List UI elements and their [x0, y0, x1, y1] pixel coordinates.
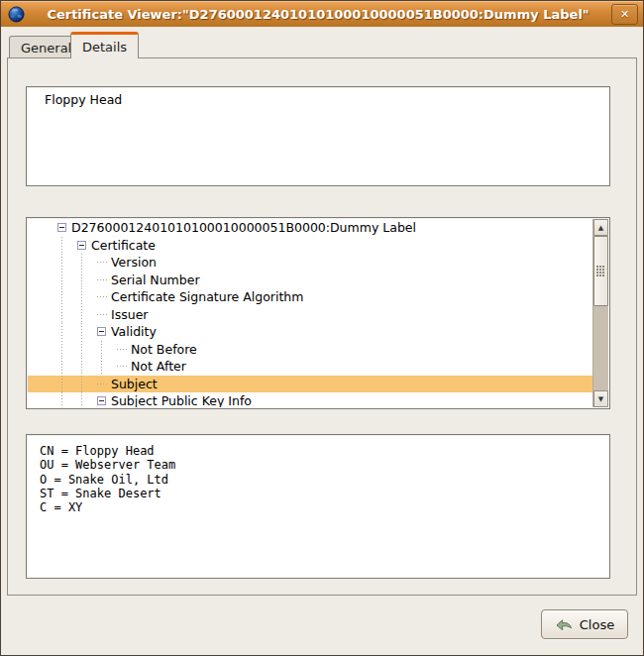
field-value-box[interactable]: CN = Floppy Head OU = Webserver Team O =… — [26, 434, 610, 579]
tab-details[interactable]: Details — [70, 32, 139, 58]
tree-indent-guide — [97, 358, 117, 376]
tree-row[interactable]: Issuer — [28, 306, 593, 324]
tree-indent-guide — [57, 306, 77, 324]
tree-label: Serial Number — [111, 273, 200, 287]
tree-indent-guide — [57, 272, 77, 289]
certificate-fields-box: D27600012401010100010000051B0000:Dummy L… — [26, 217, 610, 409]
window-title: Certificate Viewer:"D2760001240101010001… — [25, 7, 611, 22]
tree-row[interactable]: Serial Number — [28, 272, 593, 289]
tree-indent-guide — [97, 341, 117, 359]
tree-indent-guide — [57, 323, 77, 341]
tree-label: Not Before — [131, 342, 197, 357]
tree-indent-guide — [77, 272, 97, 289]
tree-label: Not After — [131, 359, 186, 374]
certificate-viewer-window: Certificate Viewer:"D2760001240101010001… — [0, 0, 644, 656]
tree-row[interactable]: Certificate — [28, 237, 593, 255]
globe-icon — [8, 6, 25, 23]
tree-indent-guide — [57, 358, 77, 376]
close-arrow-icon — [555, 617, 574, 632]
tree-connector — [97, 314, 107, 315]
scrollbar-down-icon[interactable]: ▼ — [593, 390, 608, 407]
tree-indent-guide — [57, 392, 77, 407]
certificate-hierarchy-list[interactable]: Floppy Head — [26, 86, 610, 186]
tree-indent-guide — [77, 323, 97, 341]
tree-label: D27600012401010100010000051B0000:Dummy L… — [71, 220, 416, 235]
tree-indent-guide — [77, 341, 97, 359]
titlebar[interactable]: Certificate Viewer:"D2760001240101010001… — [1, 1, 643, 27]
tree-indent-guide — [77, 358, 97, 376]
tree-expander-icon[interactable] — [57, 223, 66, 232]
tree-row[interactable]: Not Before — [28, 341, 593, 359]
tree-row[interactable]: Subject — [28, 376, 593, 393]
tree-scrollbar[interactable]: ▲ ▼ — [592, 219, 608, 407]
hierarchy-item[interactable]: Floppy Head — [27, 87, 609, 107]
close-button-label: Close — [580, 617, 614, 632]
tree-row[interactable]: Certificate Signature Algorithm — [28, 288, 593, 306]
tree-label: Issuer — [111, 307, 148, 322]
tree-indent-guide — [77, 376, 97, 393]
tree-label: Subject — [111, 377, 158, 391]
tree-indent-guide — [77, 288, 97, 306]
tree-connector — [117, 349, 127, 350]
tree-indent-guide — [77, 392, 97, 407]
tree-expander-icon[interactable] — [97, 396, 106, 405]
tree-indent-guide — [57, 254, 77, 272]
tab-details-label: Details — [82, 40, 127, 55]
tree-connector — [97, 383, 107, 384]
window-close-button[interactable]: ✕ — [611, 4, 638, 25]
tree-row[interactable]: Validity — [28, 323, 593, 341]
tree-label: Certificate Signature Algorithm — [111, 289, 303, 304]
tree-expander-icon[interactable] — [97, 327, 106, 336]
tree-label: Certificate — [91, 238, 156, 253]
tree-indent-guide — [57, 237, 77, 255]
scrollbar-up-icon[interactable]: ▲ — [593, 219, 608, 236]
tree-indent-guide — [77, 254, 97, 272]
scrollbar-grip — [596, 266, 605, 276]
tree-row[interactable]: Subject Public Key Info — [28, 392, 593, 407]
tree-connector — [97, 279, 107, 280]
tree-label: Validity — [111, 324, 157, 339]
tree-row[interactable]: Not After — [28, 358, 593, 376]
tree-connector — [97, 296, 107, 297]
tree-expander-icon[interactable] — [77, 241, 86, 250]
field-value-text: CN = Floppy Head OU = Webserver Team O =… — [27, 435, 609, 514]
certificate-fields-tree: D27600012401010100010000051B0000:Dummy L… — [28, 219, 593, 407]
tree-connector — [117, 366, 127, 367]
tree-indent-guide — [77, 306, 97, 324]
tree-label: Version — [111, 255, 157, 270]
tree-label: Subject Public Key Info — [111, 393, 252, 407]
tree-indent-guide — [57, 341, 77, 359]
close-button[interactable]: Close — [541, 609, 628, 639]
tree-connector — [97, 262, 107, 263]
tree-row[interactable]: Version — [28, 254, 593, 272]
scrollbar-thumb[interactable] — [593, 236, 608, 306]
tree-row[interactable]: D27600012401010100010000051B0000:Dummy L… — [28, 219, 593, 237]
tree-indent-guide — [57, 376, 77, 393]
tab-general-label: General — [21, 41, 71, 55]
tree-indent-guide — [57, 288, 77, 306]
